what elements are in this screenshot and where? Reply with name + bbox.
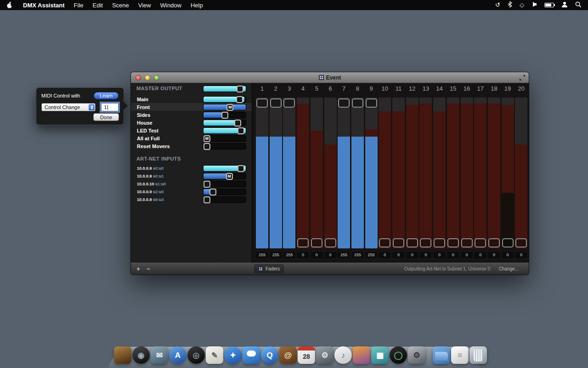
menu-window[interactable]: Window [156,2,186,9]
fader-knob[interactable] [237,165,244,172]
channel-knob[interactable] [475,238,486,247]
dock-quicktime[interactable]: Q [261,346,278,364]
row-fader[interactable] [203,165,246,172]
dock-toybox[interactable] [353,346,370,364]
channel-knob[interactable] [434,238,445,247]
midi-badge[interactable]: M [226,173,233,180]
apple-menu[interactable] [0,1,18,9]
channel-knob[interactable] [270,98,282,108]
channel-fader[interactable] [351,98,364,248]
dock-messages[interactable] [243,346,260,364]
fader-knob[interactable] [209,189,216,196]
faders-mode-button[interactable]: Faders [254,264,284,273]
dock-aperture[interactable]: ◎ [187,346,205,364]
channel-knob[interactable] [283,98,295,108]
channel-knob[interactable] [256,98,268,108]
master-fader[interactable] [203,86,246,92]
channel-fader[interactable] [447,98,459,248]
row-fader[interactable]: M [203,104,246,110]
channel-fader[interactable] [297,98,309,248]
menu-file[interactable]: File [69,2,88,9]
row-fader[interactable] [203,196,246,203]
dock-calendar[interactable]: 28 [298,346,315,364]
fader-knob[interactable] [204,143,210,150]
fader-knob[interactable] [234,120,241,126]
master-row-main[interactable]: Main [131,95,252,103]
dock-safari[interactable]: ✦ [224,346,242,364]
channel-knob[interactable] [420,238,431,247]
dock-dashboard[interactable]: ◉ [132,346,150,364]
channel-fader[interactable] [488,98,500,248]
midi-badge[interactable]: M [226,104,233,111]
dock-disc-app[interactable]: ◯ [390,346,407,364]
master-row-house[interactable]: House [131,119,252,126]
channel-knob[interactable] [297,238,309,247]
row-fader[interactable] [203,96,246,103]
artnet-row-3[interactable]: 10.0.0.9 s2:u0 [131,188,252,196]
master-row-all-at-full[interactable]: All at FullM [131,134,252,142]
menu-view[interactable]: View [134,2,156,9]
window-titlebar[interactable]: Event [131,72,529,83]
channel-fader[interactable] [406,98,418,248]
channel-knob[interactable] [366,98,377,108]
artnet-row-4[interactable]: 10.0.0.9 s9:u3 [131,196,252,203]
master-row-sides[interactable]: Sides [131,111,252,119]
channel-knob[interactable] [461,238,473,247]
channel-knob[interactable] [311,238,322,247]
fader-knob[interactable] [204,181,210,188]
channel-knob[interactable] [488,238,500,247]
channel-fader[interactable] [433,98,446,248]
row-fader[interactable] [203,127,246,134]
change-link[interactable]: Change... [499,266,519,271]
channel-knob[interactable] [407,238,418,247]
channel-knob[interactable] [338,98,350,108]
menu-help[interactable]: Help [186,2,208,9]
row-fader[interactable] [203,189,246,195]
channel-fader[interactable] [502,98,514,248]
channel-fader[interactable] [392,98,405,248]
dock-garageband[interactable] [114,346,131,364]
channel-fader[interactable] [515,98,527,248]
dock-textedit[interactable]: ✎ [206,346,223,364]
dock-downloads-folder[interactable] [433,346,450,364]
dock-calculator[interactable]: ▦ [371,346,389,364]
channel-fader[interactable] [365,98,378,248]
channel-knob[interactable] [393,238,404,247]
dock-documents[interactable]: ≡ [451,346,469,364]
dock-itunes[interactable]: ♪ [334,346,352,364]
volume-icon[interactable] [531,1,537,9]
remove-button[interactable]: − [145,265,152,272]
channel-knob[interactable] [352,98,363,108]
channel-fader[interactable] [379,98,391,248]
fader-knob[interactable] [237,127,244,134]
time-machine-icon[interactable]: ↺ [495,0,500,10]
fader-knob[interactable] [204,196,210,203]
bluetooth-icon[interactable] [508,1,512,9]
add-button[interactable]: + [135,265,142,272]
dock-mail[interactable]: ✉ [151,346,168,364]
master-row-front[interactable]: FrontM [131,103,252,111]
master-row-reset-movers[interactable]: Reset Movers [131,142,252,150]
midi-badge[interactable]: M [204,135,210,142]
row-fader[interactable] [203,181,246,187]
channel-knob[interactable] [515,238,527,247]
channel-fader[interactable] [461,98,473,248]
row-fader[interactable]: M [203,173,246,179]
user-icon[interactable] [561,1,568,9]
artnet-row-1[interactable]: 10.0.0.9 s0:u1M [131,172,252,180]
fader-knob[interactable] [236,96,243,103]
fader-knob[interactable] [221,112,228,119]
close-button[interactable] [136,75,141,80]
midi-type-select[interactable]: Control Change [41,103,96,111]
channel-fader[interactable] [270,98,282,248]
row-fader[interactable] [203,112,246,118]
spotlight-icon[interactable] [575,1,582,9]
dock-utilities[interactable]: ⚙ [316,346,334,364]
dock-system-preferences[interactable]: ⚙ [408,346,425,364]
channel-fader[interactable] [474,98,486,248]
active-app-name[interactable]: DMX Assistant [18,2,69,9]
channel-fader[interactable] [311,98,323,248]
channel-knob[interactable] [379,238,390,247]
channel-fader[interactable] [256,98,268,248]
channel-fader[interactable] [338,98,350,248]
